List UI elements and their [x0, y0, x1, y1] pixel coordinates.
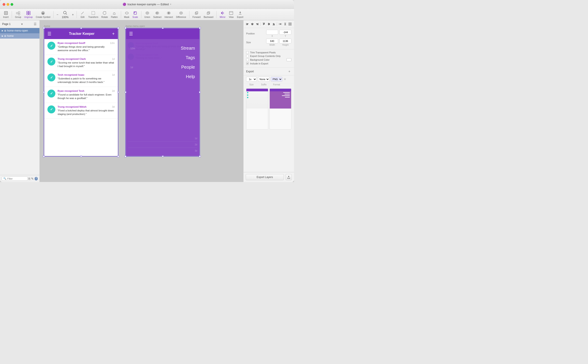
- handle-tm[interactable]: [80, 27, 82, 29]
- rotate-button[interactable]: Rotate: [100, 10, 109, 19]
- preview-thumb-home: [246, 88, 268, 130]
- svg-rect-52: [279, 23, 279, 25]
- zoom-out-button[interactable]: −: [55, 13, 59, 17]
- export-layers-button[interactable]: Export Layers: [246, 174, 284, 180]
- menu-help[interactable]: Help: [186, 74, 195, 79]
- align-middle-v-button[interactable]: [267, 22, 271, 26]
- bg-color-checkbox[interactable]: [246, 58, 249, 61]
- handle2-br[interactable]: [199, 156, 201, 157]
- create-symbol-button[interactable]: Create Symbol: [34, 10, 52, 19]
- subtract-button[interactable]: Subtract: [152, 10, 163, 19]
- svg-rect-44: [263, 23, 264, 25]
- distribute-h-button[interactable]: [278, 22, 282, 26]
- group-button[interactable]: Group: [14, 10, 22, 19]
- forward-button[interactable]: Forward: [191, 10, 202, 19]
- page-menu-button[interactable]: ▾: [20, 22, 24, 26]
- minimize-button[interactable]: [6, 3, 9, 6]
- add-page-button[interactable]: ☰: [33, 22, 37, 26]
- handle2-tr[interactable]: [199, 27, 201, 29]
- svg-rect-31: [229, 12, 233, 14]
- scale-button[interactable]: Scale: [131, 10, 139, 19]
- color-swatch[interactable]: [286, 58, 291, 61]
- intersect-button[interactable]: Intersect: [163, 10, 174, 19]
- height-input[interactable]: [279, 39, 291, 44]
- align-left-button[interactable]: [245, 22, 249, 26]
- menu-people[interactable]: People: [181, 65, 195, 70]
- y-input[interactable]: [279, 30, 291, 35]
- mirror-button[interactable]: Mirror: [218, 10, 227, 19]
- align-center-h-button[interactable]: [250, 22, 254, 26]
- mask-button[interactable]: Mask: [123, 10, 131, 19]
- zoom-group: − 100% +: [55, 9, 75, 20]
- svg-rect-56: [284, 25, 286, 25]
- svg-marker-62: [288, 176, 289, 177]
- difference-button[interactable]: Difference: [175, 10, 187, 19]
- export-format-select[interactable]: PNG JPG SVG PDF: [271, 77, 282, 82]
- menu-tags[interactable]: Tags: [186, 55, 195, 60]
- handle2-bl[interactable]: [125, 156, 126, 157]
- handle-ml[interactable]: [43, 91, 45, 93]
- handle-tl[interactable]: [43, 27, 45, 29]
- add-export-button[interactable]: +: [287, 70, 291, 73]
- svg-point-16: [125, 12, 128, 14]
- export-suffix-select[interactable]: None @2x: [258, 77, 270, 82]
- menu-close-icon[interactable]: ☰: [129, 31, 133, 36]
- layer-count-badge: 2: [35, 177, 38, 181]
- filter-input[interactable]: [7, 177, 26, 180]
- handle-bl[interactable]: [43, 156, 45, 157]
- handle-mr[interactable]: [117, 91, 119, 93]
- share-button[interactable]: [286, 174, 292, 180]
- handle-br[interactable]: [117, 156, 119, 157]
- export-group-checkbox[interactable]: [246, 55, 249, 57]
- svg-line-12: [66, 13, 67, 14]
- transform-button[interactable]: Transform: [87, 10, 99, 19]
- zoom-display[interactable]: 100%: [60, 9, 70, 20]
- handle2-mr[interactable]: [199, 91, 200, 93]
- hamburger-icon[interactable]: ☰: [47, 31, 52, 36]
- align-sep-1: [260, 22, 261, 26]
- insert-button[interactable]: Insert: [2, 10, 10, 19]
- layer-item-home[interactable]: ▶ ⊞ home: [0, 33, 39, 39]
- export-toolbar-button[interactable]: Export: [236, 10, 245, 19]
- width-input[interactable]: [266, 39, 278, 44]
- svg-rect-36: [246, 24, 248, 25]
- handle2-tm[interactable]: [162, 27, 163, 29]
- maximize-button[interactable]: [11, 3, 13, 6]
- handle2-ml[interactable]: [125, 91, 126, 93]
- view-button[interactable]: View: [227, 10, 235, 19]
- handle2-bm[interactable]: [162, 156, 163, 157]
- trim-checkbox[interactable]: [246, 51, 249, 54]
- align-right-button[interactable]: [255, 22, 259, 26]
- align-top-button[interactable]: [262, 22, 266, 26]
- svg-marker-33: [239, 12, 241, 13]
- distribute-v-button[interactable]: [283, 22, 287, 26]
- close-button[interactable]: [3, 3, 5, 6]
- edit-button[interactable]: Edit: [78, 10, 86, 19]
- canvas-area[interactable]: home ☰: [40, 20, 243, 182]
- include-export-checkbox[interactable]: [246, 62, 249, 65]
- x-input-wrap: X: [266, 30, 278, 37]
- svg-rect-3: [16, 12, 18, 14]
- toolbar-separator-3: [77, 11, 77, 18]
- export-group-checkbox-row: Export Group Contents Only: [246, 55, 291, 57]
- handle2-tl[interactable]: [125, 27, 126, 29]
- backward-button[interactable]: Backward: [202, 10, 215, 19]
- edit-layers-button[interactable]: ✎: [31, 177, 34, 181]
- x-input[interactable]: [266, 30, 278, 35]
- zoom-in-button[interactable]: +: [71, 13, 75, 17]
- ungroup-button[interactable]: Ungroup: [23, 10, 34, 19]
- export-row-close[interactable]: ✕: [284, 78, 286, 81]
- layer-item-home-menu-open[interactable]: ▶ ⊞ home-menu-open: [0, 28, 39, 33]
- menu-stream[interactable]: Stream: [181, 46, 195, 51]
- handle-bm[interactable]: [80, 156, 82, 157]
- handle-tr[interactable]: [117, 27, 119, 29]
- align-bottom-button[interactable]: [271, 22, 276, 26]
- union-button[interactable]: Union: [143, 10, 152, 19]
- avatar-2: ✓: [47, 58, 55, 65]
- copy-layers-button[interactable]: ⎘: [28, 177, 30, 181]
- export-size-select[interactable]: 1x 2x 3x: [246, 77, 257, 82]
- add-icon[interactable]: +: [112, 31, 115, 36]
- flatten-button[interactable]: Flatten: [110, 10, 119, 19]
- align-tidy-button[interactable]: [288, 22, 292, 26]
- height-input-wrap: Height: [279, 39, 291, 46]
